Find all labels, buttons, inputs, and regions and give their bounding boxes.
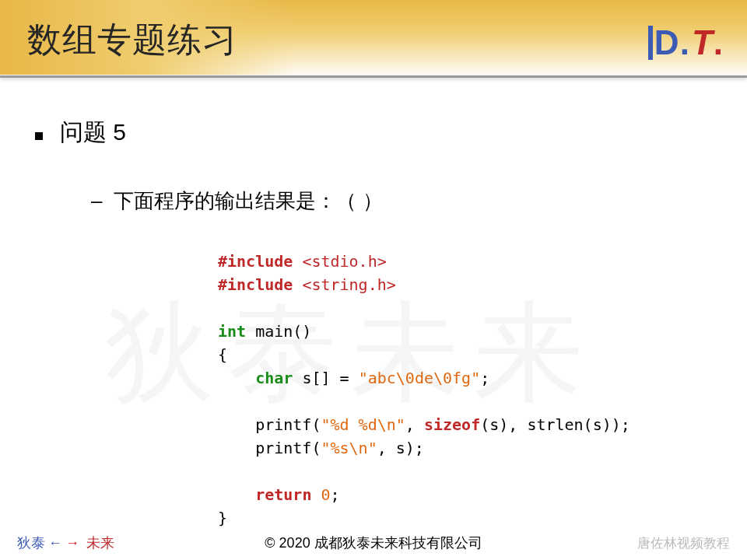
bullet-label: 问题 5 <box>60 117 126 149</box>
logo-dot2: . <box>714 23 724 61</box>
footer-copyright: © 2020 成都狄泰未来科技有限公司 <box>265 534 482 552</box>
code-line <box>218 390 712 413</box>
code-line: printf("%s\n", s); <box>218 436 712 460</box>
code-line: } <box>218 506 712 530</box>
footer-brand-right: 未来 <box>86 534 114 552</box>
logo: D.T. <box>654 23 724 62</box>
arrow-right-icon: → <box>65 535 79 551</box>
slide-content: 狄泰未来 问题 5 – 下面程序的输出结果是：（ ） #include <std… <box>0 78 747 530</box>
arrow-left-icon: ← <box>48 535 62 551</box>
footer-left: 狄泰 ←→ 未来 <box>17 534 114 552</box>
code-line: #include <stdio.h> <box>218 250 712 273</box>
sub-bullet-label: 下面程序的输出结果是：（ ） <box>114 187 382 215</box>
code-block: #include <stdio.h> #include <string.h> i… <box>218 250 712 530</box>
code-line: int main() <box>218 320 712 343</box>
footer-author: 唐佐林视频教程 <box>637 534 730 552</box>
slide-footer: 狄泰 ←→ 未来 © 2020 成都狄泰未来科技有限公司 唐佐林视频教程 <box>0 534 747 552</box>
footer-brand-left: 狄泰 <box>17 534 45 552</box>
bullet-square-icon <box>35 132 43 140</box>
slide-header: 数组专题练习 D.T. <box>0 0 747 78</box>
logo-d: D <box>654 23 680 62</box>
code-line: { <box>218 343 712 366</box>
slide-title: 数组专题练习 <box>27 17 237 63</box>
logo-dot1: . <box>680 23 690 61</box>
bullet-item: 问题 5 <box>35 117 712 149</box>
code-line: char s[] = "abc\0de\0fg"; <box>218 366 712 390</box>
code-line <box>218 296 712 320</box>
logo-t: T <box>692 23 714 61</box>
sub-bullet-item: – 下面程序的输出结果是：（ ） <box>91 187 712 215</box>
code-line: printf("%d %d\n", sizeof(s), strlen(s)); <box>218 413 712 436</box>
code-line <box>218 460 712 483</box>
code-line: #include <string.h> <box>218 273 712 296</box>
code-line: return 0; <box>218 483 712 506</box>
dash-icon: – <box>91 189 102 213</box>
